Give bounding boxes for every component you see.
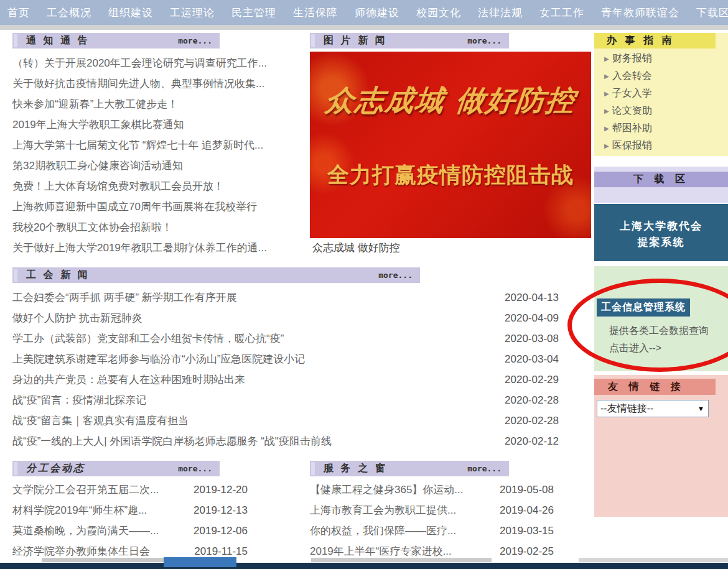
- photo-news-title: 图 片 新 闻: [324, 34, 387, 47]
- news-link[interactable]: 上美院建筑系谢建军老师参与临汾市“小汤山”应急医院建设小记: [12, 349, 505, 369]
- news-link[interactable]: 身边的共产党员：总要有人在这种困难时期站出来: [12, 369, 505, 390]
- download-zone-header[interactable]: 下 载 区: [594, 172, 728, 187]
- news-date: 2019-03-15: [500, 520, 554, 541]
- notice-item[interactable]: 免费！上大体育场馆免费对教职工会员开放！: [12, 176, 305, 197]
- photo-news-banner[interactable]: 众志成城 做好防控 全力打赢疫情防控阻击战: [310, 52, 591, 238]
- guide-item-finance-reimburse[interactable]: ▶财务报销: [594, 50, 728, 67]
- guide-item-children-enrollment[interactable]: ▶子女入学: [594, 85, 728, 102]
- nav-item-laws[interactable]: 法律法规: [478, 6, 523, 20]
- notice-item[interactable]: 上海教师喜迎新中国成立70周年书画展将在我校举行: [12, 197, 305, 217]
- guide-item-membership-transfer[interactable]: ▶入会转会: [594, 67, 728, 85]
- news-link[interactable]: 战“疫”一线的上大人| 外国语学院白岸杨老师志愿服务 “战"疫阻击前线: [12, 431, 505, 451]
- notice-item[interactable]: 第32期教职工身心健康咨询活动通知: [12, 155, 305, 176]
- news-date: 2020-03-04: [505, 349, 559, 369]
- news-link[interactable]: 材料学院2019年“师生杯”趣...: [12, 500, 194, 520]
- notice-item[interactable]: 关于做好抗击疫情期间先进人物、典型事例情况收集...: [12, 73, 305, 94]
- news-row: 上海市教育工会为教职工提供... 2019-04-26: [310, 500, 554, 520]
- branch-news-list: 文学院分工会召开第五届二次... 2019-12-20 材料学院2019年“师生…: [12, 479, 248, 562]
- nav-item-labor-theory[interactable]: 工运理论: [170, 6, 215, 20]
- nav-item-union-overview[interactable]: 工会概况: [47, 6, 91, 20]
- service-window-header: 服 务 之 窗 more...: [310, 461, 509, 476]
- notice-item[interactable]: 2019年上海大学教职工象棋比赛通知: [12, 114, 305, 135]
- news-date: 2019-04-26: [500, 500, 554, 520]
- nav-item-women-work[interactable]: 女工工作: [539, 6, 584, 20]
- triangle-bullet-icon: ▶: [604, 125, 609, 132]
- news-row: 文学院分工会召开第五届二次... 2019-12-20: [12, 479, 248, 500]
- news-date: 2020-04-13: [505, 287, 559, 308]
- nav-item-download-zone[interactable]: 下载区: [696, 6, 728, 20]
- news-date: 2019-05-08: [500, 479, 554, 500]
- nav-item-youth-association[interactable]: 青年教师联谊会: [601, 6, 679, 20]
- news-date: 2019-12-13: [194, 500, 248, 520]
- branch-news-more-link[interactable]: more...: [178, 464, 212, 473]
- news-link[interactable]: 【健康工程之健身365】你运动...: [310, 479, 500, 500]
- triangle-bullet-icon: ▶: [604, 90, 609, 97]
- friend-links-select[interactable]: --友情链接-- ▼: [597, 400, 709, 417]
- news-row: 战“疫”留言集｜客观真实有温度有担当 2020-02-28: [12, 410, 559, 431]
- nav-item-teacher-ethics[interactable]: 师德建设: [355, 6, 399, 20]
- union-news-more-link[interactable]: more...: [378, 271, 413, 280]
- notices-more-link[interactable]: more...: [178, 36, 212, 45]
- proposal-system-line2: 提案系统: [594, 234, 728, 250]
- news-row: 你的权益，我们保障——医疗... 2019-03-15: [310, 520, 554, 541]
- union-news-header: 工 会 新 闻 more...: [12, 267, 420, 283]
- clipped-text-fragment: [579, 558, 728, 562]
- banner-slogan-line2: 全力打赢疫情防控阻击战: [310, 160, 591, 190]
- news-row: 战“疫”一线的上大人| 外国语学院白岸杨老师志愿服务 “战"疫阻击前线 2020…: [12, 431, 559, 451]
- news-row: 做好个人防护 抗击新冠肺炎 2020-04-09: [12, 308, 559, 328]
- news-row: 工会妇委会“两手抓 两手硬” 新学期工作有序开展 2020-04-13: [12, 287, 559, 308]
- news-link[interactable]: 工会妇委会“两手抓 两手硬” 新学期工作有序开展: [12, 287, 505, 308]
- info-system-desc: 提供各类工会数据查询 点击进入-->: [609, 322, 709, 357]
- news-date: 2020-04-09: [505, 308, 559, 328]
- notice-item[interactable]: 关于做好上海大学2019年教职工暑期疗休养工作的通...: [12, 238, 305, 258]
- notice-item[interactable]: 快来参加“迎新春”上大教工健步走！: [12, 94, 305, 114]
- banner-slogan-line1: 众志成城 做好防控: [310, 81, 591, 120]
- news-link[interactable]: 做好个人防护 抗击新冠肺炎: [12, 308, 505, 328]
- nav-item-democratic-mgmt[interactable]: 民主管理: [231, 6, 276, 20]
- news-date: 2020-02-12: [505, 431, 559, 451]
- photo-news-caption[interactable]: 众志成城 做好防控: [312, 241, 400, 255]
- service-window-more-link[interactable]: more...: [467, 464, 502, 473]
- news-row: 莫道桑榆晚，为霞尚满天——... 2019-12-06: [12, 520, 248, 541]
- info-system-enter-link[interactable]: 点击进入-->: [609, 340, 709, 357]
- nav-item-campus-culture[interactable]: 校园文化: [416, 6, 461, 20]
- news-date: 2020-02-29: [505, 369, 559, 390]
- nav-item-home[interactable]: 首页: [7, 6, 30, 20]
- download-zone-box: 下 载 区: [594, 167, 728, 203]
- guide-item-paper-funding[interactable]: ▶论文资助: [594, 102, 728, 119]
- photo-news-more-link[interactable]: more...: [467, 36, 502, 45]
- news-row: 上美院建筑系谢建军老师参与临汾市“小汤山”应急医院建设小记 2020-03-04: [12, 349, 559, 369]
- news-link[interactable]: 学工办（武装部）党支部和工会小组贺卡传情，暖心抗“疫”: [12, 328, 505, 349]
- news-link[interactable]: 战“疫”留言：疫情湖北探亲记: [12, 390, 505, 410]
- friend-links-header: 友 情 链 接: [594, 379, 716, 395]
- triangle-bullet-icon: ▶: [604, 73, 609, 80]
- guide-item-hardship-subsidy[interactable]: ▶帮困补助: [594, 119, 728, 137]
- notice-item[interactable]: （转）关于开展2020年工会理论研究与调查研究工作...: [12, 53, 305, 73]
- news-link[interactable]: 文学院分工会召开第五届二次...: [12, 479, 194, 500]
- proposal-system-banner[interactable]: 上海大学教代会 提案系统: [594, 204, 728, 261]
- news-row: 学工办（武装部）党支部和工会小组贺卡传情，暖心抗“疫” 2020-03-08: [12, 328, 559, 349]
- guide-item-medical-reimburse[interactable]: ▶医保报销: [594, 137, 728, 154]
- notice-item[interactable]: 上海大学第十七届菊文化节 “辉煌七十年 追梦新时代...: [12, 135, 305, 155]
- friend-links-selected-value: --友情链接--: [600, 402, 653, 415]
- nav-divider: [0, 25, 728, 30]
- info-system-title[interactable]: 工会信息管理系统: [597, 298, 690, 317]
- page-root: 首页 工会概况 组织建设 工运理论 民主管理 生活保障 师德建设 校园文化 法律…: [0, 0, 728, 569]
- triangle-bullet-icon: ▶: [604, 108, 609, 114]
- service-guide-header: 办 事 指 南: [594, 33, 716, 49]
- friend-links-box: 友 情 链 接 --友情链接-- ▼: [594, 375, 728, 517]
- news-row: 身边的共产党员：总要有人在这种困难时期站出来 2020-02-29: [12, 369, 559, 390]
- news-link[interactable]: 莫道桑榆晚，为霞尚满天——...: [12, 520, 194, 541]
- news-link[interactable]: 上海市教育工会为教职工提供...: [310, 500, 500, 520]
- nav-item-life-security[interactable]: 生活保障: [293, 6, 338, 20]
- news-date: 2019-12-06: [194, 520, 248, 541]
- top-navbar: 首页 工会概况 组织建设 工运理论 民主管理 生活保障 师德建设 校园文化 法律…: [0, 0, 728, 25]
- nav-item-organization[interactable]: 组织建设: [108, 6, 153, 20]
- news-date: 2020-02-28: [505, 410, 559, 431]
- clipped-text-fragment: [311, 558, 492, 562]
- clipped-selected-text-fragment: [164, 557, 236, 567]
- news-link[interactable]: 战“疫”留言集｜客观真实有温度有担当: [12, 410, 505, 431]
- news-link[interactable]: 你的权益，我们保障——医疗...: [310, 520, 500, 541]
- notice-item[interactable]: 我校20个教职工文体协会招新啦！: [12, 217, 305, 238]
- branch-news-header: 分工会动态 more...: [12, 461, 220, 476]
